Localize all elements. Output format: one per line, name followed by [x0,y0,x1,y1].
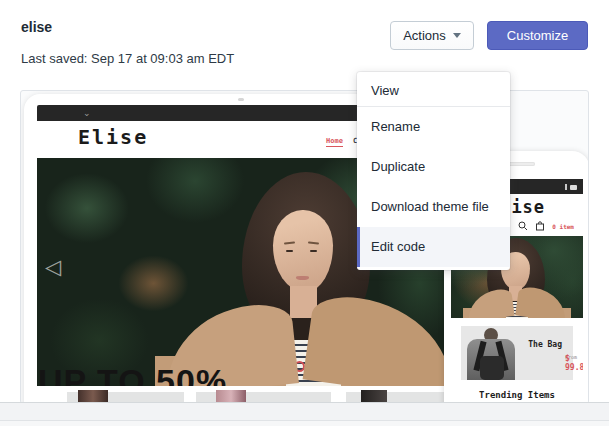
featured-product-card: The Bag From $ 99.8 [461,326,573,380]
battery-icon [570,185,577,190]
customize-button[interactable]: Customize [487,21,588,50]
theme-nav-home: Home [326,137,343,147]
chevron-down-icon [453,33,461,38]
model-coat-lapel [515,286,569,318]
menu-item-view[interactable]: View [357,75,510,106]
menu-item-rename[interactable]: Rename [357,107,510,147]
menu-item-duplicate[interactable]: Duplicate [357,147,510,187]
menu-item-edit-code[interactable]: Edit code [357,227,510,267]
trending-items-heading: Trending Items [451,390,583,400]
themes-page: elise Last saved: Sep 17 at 09:03 am EDT… [0,0,609,426]
mobile-header-icons: 0 item [518,221,574,231]
cart-count-text: 0 item [552,223,574,230]
product-thumbnail-image [216,390,246,402]
footer-divider-line [0,420,609,421]
product-thumbnail-image [78,390,108,402]
search-icon [518,221,528,231]
model-coat-lapel [465,288,514,318]
page-title: elise [21,19,52,35]
product-name: The Bag [528,340,562,349]
hero-promo-text: UP TO 50% [38,362,227,386]
tablet-camera-dot [238,98,244,101]
product-thumbnail-image [361,390,387,402]
price-value: $ 99.8 [565,354,583,372]
cart-bag-icon [535,221,545,231]
carousel-prev-icon[interactable]: ◁ [45,256,61,277]
menu-item-download-theme-file[interactable]: Download theme file [357,187,510,227]
actions-button-label: Actions [403,28,446,43]
theme-logo: Elise [78,125,148,149]
backpack [480,356,504,380]
chrome-caret-icon: ⌄ [83,106,91,120]
actions-button[interactable]: Actions [390,21,474,50]
page-footer-strip [0,402,609,426]
footer-lower-band [0,421,609,426]
actions-menu: View Rename Duplicate Download theme fil… [357,72,510,270]
model-eye [286,250,293,252]
signal-icon [565,184,567,190]
model-lips [296,276,309,280]
model-coat-lapel [303,292,453,386]
model-eye [310,250,317,252]
last-saved-text: Last saved: Sep 17 at 09:03 am EDT [21,51,234,66]
